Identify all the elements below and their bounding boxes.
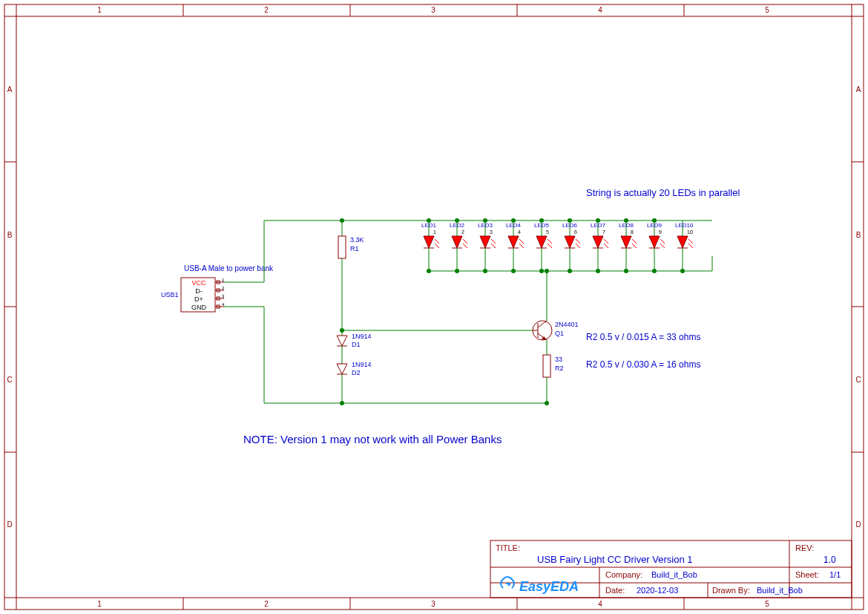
svg-text:7: 7 [602, 229, 605, 235]
svg-line-196 [688, 244, 693, 248]
svg-text:8: 8 [631, 229, 634, 235]
svg-text:VCC: VCC [191, 279, 206, 287]
svg-text:LED3: LED3 [478, 222, 493, 229]
frame-rows: A B C D A B C D [4, 16, 864, 598]
svg-marker-79 [337, 364, 347, 374]
svg-text:USB-A Male to power bank: USB-A Male to power bank [184, 264, 274, 272]
wire-led-cathode-bus [429, 256, 712, 271]
svg-text:LED9: LED9 [647, 222, 662, 229]
sheet-label: Sheet: [795, 570, 819, 579]
company-value: Build_it_Bob [651, 570, 697, 579]
svg-text:B: B [7, 231, 13, 239]
svg-text:2: 2 [222, 286, 225, 290]
svg-text:D: D [7, 520, 12, 529]
svg-text:1: 1 [433, 229, 436, 235]
easyeda-logo: EasyEDA [501, 577, 579, 594]
rev-label: REV: [795, 543, 814, 552]
svg-text:R2: R2 [555, 365, 564, 372]
note-calc2: R2 0.5 v / 0.030 A = 16 ohms [586, 359, 700, 370]
svg-text:2: 2 [264, 6, 269, 14]
svg-text:2: 2 [461, 229, 464, 235]
wire-gnd [224, 307, 547, 403]
led-led2: LED22 [450, 218, 467, 273]
svg-marker-153 [565, 236, 575, 248]
diode-d2: 1N914 D2 [337, 361, 372, 405]
svg-text:EasyEDA: EasyEDA [519, 579, 579, 594]
diode-d1: 1N914 D1 [337, 328, 372, 364]
svg-marker-163 [593, 236, 603, 248]
led-led3: LED33 [478, 218, 496, 273]
svg-line-106 [435, 244, 439, 248]
svg-text:6: 6 [574, 229, 577, 235]
svg-line-136 [519, 244, 524, 248]
title-label: TITLE: [496, 543, 520, 552]
svg-point-84 [340, 401, 344, 405]
note-main: NOTE: Version 1 may not work with all Po… [243, 433, 502, 445]
transistor-q1: 2N4401 Q1 [533, 271, 579, 355]
svg-text:3: 3 [490, 229, 493, 235]
led-led5: LED55 [534, 218, 552, 273]
svg-line-185 [660, 239, 665, 244]
svg-line-155 [576, 239, 580, 244]
svg-text:9: 9 [659, 229, 662, 235]
led-led8: LED88 [619, 218, 637, 273]
svg-text:LED2: LED2 [450, 222, 465, 229]
svg-marker-73 [337, 336, 347, 346]
svg-text:5: 5 [546, 229, 549, 235]
svg-text:2: 2 [264, 600, 269, 608]
svg-text:LED7: LED7 [591, 222, 606, 229]
svg-text:5: 5 [765, 6, 769, 14]
svg-marker-143 [536, 236, 547, 248]
svg-text:LED4: LED4 [506, 222, 522, 229]
date-value: 2020-12-03 [637, 586, 678, 595]
svg-line-135 [519, 239, 524, 244]
svg-text:Q1: Q1 [555, 330, 564, 337]
svg-text:LED1: LED1 [421, 222, 437, 229]
svg-text:D+: D+ [194, 295, 203, 303]
led-led10: LED1010 [675, 221, 694, 273]
svg-line-186 [660, 244, 665, 248]
svg-marker-193 [677, 236, 688, 248]
svg-text:4: 4 [598, 6, 602, 14]
frame-columns: 1 2 3 4 5 1 2 3 4 5 [16, 4, 852, 610]
svg-point-169 [596, 269, 600, 273]
svg-text:D: D [855, 520, 861, 529]
svg-point-119 [455, 269, 459, 273]
svg-text:R1: R1 [350, 245, 359, 252]
svg-line-116 [463, 244, 467, 248]
svg-point-198 [680, 269, 685, 273]
svg-line-126 [491, 244, 496, 248]
svg-text:5: 5 [765, 600, 769, 608]
svg-line-176 [632, 244, 637, 248]
svg-line-88 [538, 321, 547, 327]
svg-text:2N4401: 2N4401 [555, 321, 579, 328]
svg-text:GND: GND [191, 304, 207, 311]
svg-line-195 [688, 239, 693, 244]
led-array: LED11LED22LED33LED44LED55LED66LED77LED88… [421, 218, 694, 273]
svg-text:C: C [7, 376, 12, 384]
svg-point-159 [568, 269, 572, 273]
svg-point-139 [511, 269, 516, 273]
svg-text:3: 3 [431, 600, 435, 608]
date-label: Date: [605, 586, 625, 595]
svg-point-99 [545, 401, 549, 405]
svg-marker-113 [452, 236, 462, 248]
led-led1: LED11 [421, 218, 439, 273]
led-led4: LED44 [506, 218, 524, 273]
svg-marker-103 [424, 236, 434, 248]
sheet-value: 1/1 [829, 570, 841, 579]
svg-line-105 [435, 239, 439, 244]
resistor-r1: 3.3K R1 [338, 218, 364, 330]
svg-marker-123 [480, 236, 490, 248]
svg-text:A: A [856, 85, 861, 94]
svg-point-189 [652, 269, 657, 273]
svg-text:1N914: 1N914 [352, 333, 372, 340]
svg-text:4: 4 [518, 229, 521, 235]
svg-text:LED6: LED6 [562, 222, 578, 229]
led-led7: LED77 [591, 218, 608, 273]
wire-vcc [224, 221, 547, 282]
svg-text:C: C [855, 376, 861, 384]
svg-text:B: B [856, 231, 861, 239]
svg-point-69 [340, 218, 344, 223]
led-led6: LED66 [562, 218, 580, 273]
